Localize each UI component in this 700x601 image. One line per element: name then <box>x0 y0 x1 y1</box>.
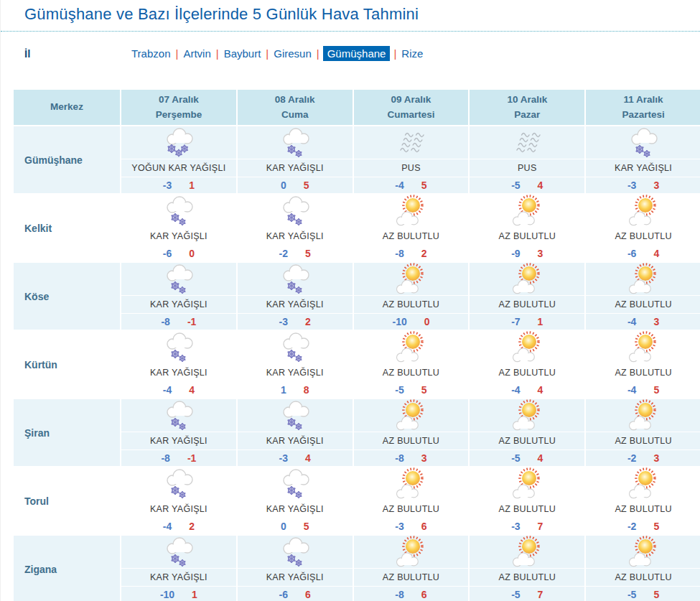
min-temp: -5 <box>511 452 520 464</box>
max-temp: 2 <box>421 248 427 259</box>
temperature-values: -32 <box>238 313 353 330</box>
temperature-values: -31 <box>121 177 236 193</box>
condition-label: AZ BULUTLU <box>354 500 469 518</box>
forecast-cell: KAR YAĞIŞLI-32 <box>236 263 353 330</box>
forecast-cell: KAR YAĞIŞLI-101 <box>120 536 236 601</box>
max-temp: 1 <box>192 589 197 600</box>
condition-label: AZ BULUTLU <box>470 500 584 518</box>
heavy-snow-icon <box>121 126 236 159</box>
max-temp: -1 <box>187 316 196 327</box>
forecast-cell: KAR YAĞIŞLI-8-1 <box>120 263 236 330</box>
table-row: Kürtün KAR YAĞIŞLI-44 KAR YAĞIŞLI18 AZ B… <box>14 330 700 398</box>
min-temp: -10 <box>160 589 174 600</box>
temperature-values: -100 <box>354 313 469 330</box>
condition-label: KAR YAĞIŞLI <box>121 227 236 245</box>
province-link-gümüşhane[interactable]: Gümüşhane <box>323 46 391 61</box>
temperature-values: -37 <box>470 518 584 534</box>
forecast-cell: KAR YAĞIŞLI-60 <box>120 195 236 261</box>
max-temp: 1 <box>189 180 195 191</box>
condition-label: AZ BULUTLU <box>470 227 584 245</box>
temperature-values: -86 <box>354 586 469 601</box>
snow-icon <box>121 467 236 500</box>
forecast-cell: AZ BULUTLU-82 <box>353 195 469 261</box>
max-temp: 5 <box>653 384 659 396</box>
min-temp: -8 <box>395 452 403 464</box>
link-separator: | <box>317 47 319 60</box>
condition-label: AZ BULUTLU <box>470 432 584 449</box>
min-temp: -4 <box>163 521 172 532</box>
temperature-values: -83 <box>354 449 469 466</box>
forecast-cell: AZ BULUTLU-37 <box>468 467 584 534</box>
min-temp: 1 <box>281 384 286 396</box>
condition-label: AZ BULUTLU <box>586 500 700 518</box>
province-link-trabzon[interactable]: Trabzon <box>131 47 170 60</box>
partly-cloudy-icon <box>470 536 584 568</box>
row-label: Şiran <box>14 399 120 466</box>
column-date: 09 Aralık <box>391 93 431 108</box>
temperature-values: -42 <box>121 518 236 534</box>
forecast-cell: AZ BULUTLU-86 <box>353 536 469 601</box>
min-temp: -4 <box>511 384 520 396</box>
table-row: Zigana KAR YAĞIŞLI-101 KAR YAĞIŞLI-66 AZ… <box>14 534 700 601</box>
max-temp: 1 <box>538 316 543 327</box>
snow-icon <box>121 263 236 295</box>
max-temp: 4 <box>189 384 195 396</box>
max-temp: 2 <box>189 521 195 532</box>
partly-cloudy-icon <box>586 467 700 500</box>
min-temp: -3 <box>279 316 288 327</box>
table-row: Şiran KAR YAĞIŞLI-8-1 KAR YAĞIŞLI-34 AZ … <box>14 398 700 466</box>
forecast-cell: AZ BULUTLU-55 <box>584 536 700 601</box>
page-title: Gümüşhane ve Bazı İlçelerinde 5 Günlük H… <box>1 0 700 32</box>
condition-label: AZ BULUTLU <box>586 295 700 313</box>
province-link-artvin[interactable]: Artvin <box>183 47 210 60</box>
partly-cloudy-icon <box>470 399 584 432</box>
forecast-cell: PUS-54 <box>468 126 584 193</box>
partly-cloudy-icon <box>586 399 700 432</box>
forecast-cell: KAR YAĞIŞLI-44 <box>120 331 236 398</box>
max-temp: 2 <box>305 316 311 327</box>
max-temp: 0 <box>189 248 195 259</box>
temperature-values: -36 <box>354 518 469 534</box>
province-link-giresun[interactable]: Giresun <box>274 47 312 60</box>
snow-icon <box>238 467 353 500</box>
min-temp: -3 <box>163 180 172 191</box>
forecast-cell: AZ BULUTLU-83 <box>353 399 469 466</box>
column-date: 08 Aralık <box>275 93 315 108</box>
condition-label: AZ BULUTLU <box>354 227 469 245</box>
row-label: Torul <box>14 467 120 534</box>
snow-icon <box>121 195 236 227</box>
max-temp: 6 <box>305 589 311 600</box>
max-temp: -1 <box>187 452 196 464</box>
column-header-merkez: Merkez <box>14 90 120 125</box>
table-row: Kelkit KAR YAĞIŞLI-60 KAR YAĞIŞLI-25 AZ … <box>14 193 700 261</box>
max-temp: 3 <box>421 452 427 464</box>
condition-label: PUS <box>470 159 584 177</box>
temperature-values: -44 <box>121 381 236 398</box>
partly-cloudy-icon <box>586 331 700 363</box>
province-link-rize[interactable]: Rize <box>401 47 423 60</box>
snow-icon <box>238 126 353 159</box>
max-temp: 3 <box>653 316 659 327</box>
forecast-cell: KAR YAĞIŞLI05 <box>236 467 353 534</box>
condition-label: AZ BULUTLU <box>586 568 700 586</box>
temperature-values: -23 <box>586 449 700 466</box>
min-temp: -8 <box>395 248 403 259</box>
row-label: Kürtün <box>14 331 120 398</box>
table-header-row: Merkez 07 Aralık Perşembe 08 Aralık Cuma… <box>14 90 700 125</box>
min-temp: -4 <box>627 316 636 327</box>
forecast-cell: AZ BULUTLU-45 <box>584 331 700 398</box>
forecast-cell: AZ BULUTLU-64 <box>584 195 700 261</box>
temperature-values: -45 <box>354 177 469 193</box>
temperature-values: 05 <box>238 518 353 534</box>
forecast-cell: AZ BULUTLU-55 <box>353 331 469 398</box>
min-temp: -5 <box>627 589 636 600</box>
temperature-values: -93 <box>470 245 584 261</box>
condition-label: KAR YAĞIŞLI <box>586 159 700 177</box>
condition-label: KAR YAĞIŞLI <box>238 159 353 177</box>
partly-cloudy-icon <box>470 467 584 500</box>
max-temp: 5 <box>305 248 311 259</box>
partly-cloudy-icon <box>470 331 584 363</box>
province-link-bayburt[interactable]: Bayburt <box>224 47 261 60</box>
condition-label: KAR YAĞIŞLI <box>238 363 353 381</box>
column-header-day-3: 09 Aralık Cumartesi <box>353 90 469 125</box>
